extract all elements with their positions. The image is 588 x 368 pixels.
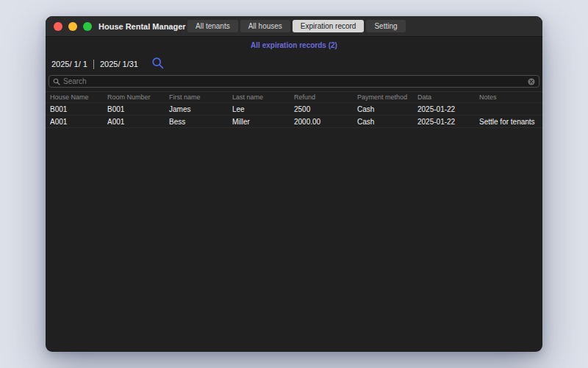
cell-first-name: James — [169, 105, 232, 113]
title-bar[interactable]: House Rental Manager All tenants All hou… — [46, 16, 542, 37]
cell-notes: Settle for tenants — [479, 118, 538, 126]
column-header-data[interactable]: Data — [417, 93, 479, 101]
minimize-window-button[interactable] — [68, 22, 77, 31]
cell-payment-method: Cash — [357, 118, 417, 126]
search-field-container — [49, 75, 539, 88]
toolbar-tabs: All tenants All houses Expiration record… — [187, 20, 406, 32]
table-header-row: House Name Room Number First name Last n… — [46, 92, 542, 103]
column-header-payment-method[interactable]: Payment method — [357, 93, 417, 101]
cell-room-number: B001 — [107, 105, 169, 113]
cell-last-name: Miller — [232, 118, 294, 126]
tab-all-houses[interactable]: All houses — [240, 20, 290, 32]
column-header-room-number[interactable]: Room Number — [107, 93, 169, 101]
cell-house-name: A001 — [50, 118, 107, 126]
tab-all-tenants[interactable]: All tenants — [187, 20, 238, 32]
all-expiration-records-link[interactable]: All expiration records (2) — [251, 41, 337, 49]
column-header-first-name[interactable]: First name — [169, 93, 232, 101]
search-input[interactable] — [63, 77, 525, 85]
table-row[interactable]: B001 B001 James Lee 2500 Cash 2025-01-22 — [46, 103, 542, 116]
column-header-refund[interactable]: Refund — [294, 93, 357, 101]
app-window: House Rental Manager All tenants All hou… — [46, 16, 542, 352]
cell-refund: 2000.00 — [294, 118, 357, 126]
cell-house-name: B001 — [50, 105, 107, 113]
cell-last-name: Lee — [232, 105, 294, 113]
subheader-row: All expiration records (2) — [46, 37, 542, 53]
end-date-field[interactable]: 2025/ 1/31 — [100, 60, 138, 68]
start-date-field[interactable]: 2025/ 1/ 1 — [51, 60, 87, 68]
tab-setting[interactable]: Setting — [366, 20, 405, 32]
traffic-lights — [46, 22, 92, 31]
close-window-button[interactable] — [54, 22, 62, 31]
date-filter-row: 2025/ 1/ 1 2025/ 1/31 — [46, 53, 542, 75]
column-header-notes[interactable]: Notes — [479, 93, 538, 101]
table-row[interactable]: A001 A001 Bess Miller 2000.00 Cash 2025-… — [46, 116, 542, 128]
clear-search-icon[interactable] — [528, 78, 535, 85]
cell-data: 2025-01-22 — [417, 105, 479, 113]
date-range-search-button[interactable] — [151, 57, 165, 72]
cell-data: 2025-01-22 — [417, 118, 479, 126]
zoom-window-button[interactable] — [83, 22, 92, 31]
cell-refund: 2500 — [294, 105, 357, 113]
expiration-records-table: House Name Room Number First name Last n… — [46, 91, 542, 128]
search-magnifier-icon — [151, 57, 165, 72]
cell-room-number: A001 — [107, 118, 169, 126]
date-field-caret — [93, 60, 94, 69]
cell-first-name: Bess — [169, 118, 232, 126]
column-header-last-name[interactable]: Last name — [232, 93, 294, 101]
tab-expiration-record[interactable]: Expiration record — [293, 20, 365, 32]
cell-payment-method: Cash — [357, 105, 417, 113]
column-header-house-name[interactable]: House Name — [50, 93, 107, 101]
search-icon — [53, 78, 60, 85]
window-title: House Rental Manager — [98, 22, 186, 31]
